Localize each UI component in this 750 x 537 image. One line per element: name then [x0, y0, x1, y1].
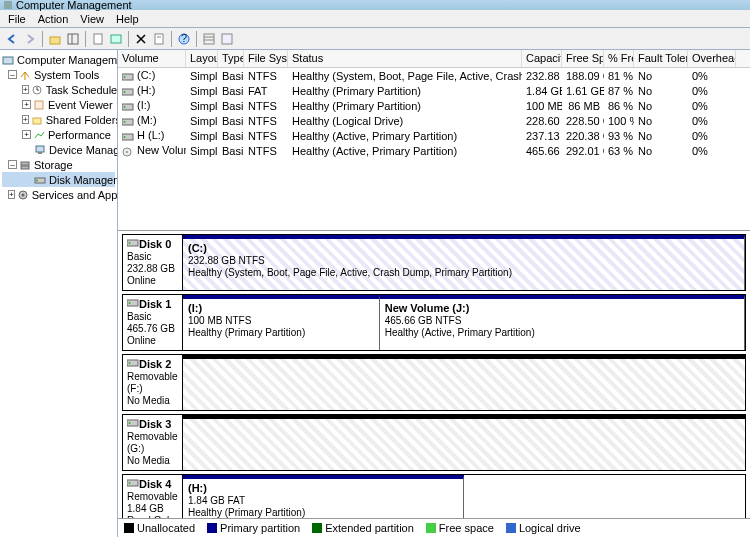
legend-free: Free space	[439, 522, 494, 534]
disk-block: Disk 1Basic465.76 GBOnline(I:)100 MB NTF…	[122, 294, 746, 351]
svg-rect-5	[155, 34, 163, 44]
tree-perf[interactable]: +Performance	[2, 127, 115, 142]
menu-file[interactable]: File	[4, 12, 34, 26]
svg-point-45	[129, 362, 131, 364]
refresh-icon[interactable]	[108, 31, 124, 47]
view-detail-icon[interactable]	[219, 31, 235, 47]
svg-point-35	[124, 121, 126, 123]
svg-rect-20	[36, 146, 44, 152]
no-media-region[interactable]	[183, 355, 745, 410]
toolbar: ?	[0, 28, 750, 50]
disk-label[interactable]: Disk 1Basic465.76 GBOnline	[123, 295, 183, 350]
col-fault[interactable]: Fault Tolerance	[634, 50, 688, 67]
menu-help[interactable]: Help	[112, 12, 147, 26]
col-overhead[interactable]: Overhead	[688, 50, 736, 67]
tree-diskmgmt[interactable]: Disk Management	[2, 172, 115, 187]
partition[interactable]: (C:)232.88 GB NTFSHealthy (System, Boot,…	[183, 235, 745, 290]
forward-button[interactable]	[22, 31, 38, 47]
volume-list: Volume Layout Type File System Status Ca…	[118, 50, 750, 230]
svg-rect-9	[204, 34, 214, 44]
disk-type-icon	[127, 358, 139, 370]
tree-shared[interactable]: +Shared Folders	[2, 112, 115, 127]
svg-rect-12	[222, 34, 232, 44]
tree-services[interactable]: +Services and Applications	[2, 187, 115, 202]
no-media-region[interactable]	[183, 415, 745, 470]
partition[interactable]: (I:)100 MB NTFSHealthy (Primary Partitio…	[183, 295, 380, 350]
svg-text:?: ?	[181, 32, 187, 44]
menu-view[interactable]: View	[76, 12, 112, 26]
partition[interactable]: (H:)1.84 GB FATHealthy (Primary Partitio…	[183, 475, 464, 518]
prop2-icon[interactable]	[151, 31, 167, 47]
disk-type-icon	[127, 238, 139, 250]
legend-primary: Primary partition	[220, 522, 300, 534]
view-list-icon[interactable]	[201, 31, 217, 47]
vol-name: H (L:)	[137, 129, 165, 141]
delete-icon[interactable]	[133, 31, 149, 47]
properties-icon[interactable]	[90, 31, 106, 47]
menu-action[interactable]: Action	[34, 12, 77, 26]
col-volume[interactable]: Volume	[118, 50, 186, 67]
svg-rect-3	[94, 34, 102, 44]
drive-icon	[122, 147, 134, 157]
svg-rect-21	[38, 152, 42, 154]
svg-rect-0	[50, 37, 60, 44]
partition[interactable]: New Volume (J:)465.66 GB NTFSHealthy (Ac…	[380, 295, 745, 350]
disk-type-icon	[127, 298, 139, 310]
legend-unalloc: Unallocated	[137, 522, 195, 534]
volume-row[interactable]: (I:)SimpleBasicNTFSHealthy (Primary Part…	[118, 98, 750, 113]
help-icon[interactable]: ?	[176, 31, 192, 47]
svg-rect-13	[3, 57, 13, 64]
disk-type-icon	[127, 418, 139, 430]
drive-icon	[122, 132, 134, 142]
svg-rect-23	[21, 166, 29, 169]
col-fs[interactable]: File System	[244, 50, 288, 67]
disk-label[interactable]: Disk 0Basic232.88 GBOnline	[123, 235, 183, 290]
disk-block: Disk 3Removable (G:)No Media	[122, 414, 746, 471]
tree-task[interactable]: +Task Scheduler	[2, 82, 115, 97]
volume-row[interactable]: New Volume (J:)SimpleBasicNTFSHealthy (A…	[118, 143, 750, 158]
svg-rect-22	[21, 162, 29, 165]
window-title: Computer Management	[16, 0, 132, 11]
disk-label[interactable]: Disk 2Removable (F:)No Media	[123, 355, 183, 410]
back-button[interactable]	[4, 31, 20, 47]
svg-rect-18	[35, 101, 43, 109]
svg-rect-1	[68, 34, 78, 44]
vol-name: (H:)	[137, 84, 155, 96]
col-status[interactable]: Status	[288, 50, 522, 67]
col-capacity[interactable]: Capacity	[522, 50, 562, 67]
col-layout[interactable]: Layout	[186, 50, 218, 67]
vol-name: (M:)	[137, 114, 157, 126]
drive-icon	[122, 87, 134, 97]
show-hide-icon[interactable]	[65, 31, 81, 47]
legend: Unallocated Primary partition Extended p…	[118, 518, 750, 537]
svg-point-47	[129, 422, 131, 424]
svg-point-41	[129, 242, 131, 244]
svg-point-43	[129, 302, 131, 304]
volume-row[interactable]: (C:)SimpleBasicNTFSHealthy (System, Boot…	[118, 68, 750, 83]
vol-name: New Volume (J:)	[137, 144, 186, 156]
tree-devmgr[interactable]: Device Manager	[2, 142, 115, 157]
tree-storage[interactable]: –Storage	[2, 157, 115, 172]
tree-root[interactable]: Computer Management (Local	[2, 52, 115, 67]
up-icon[interactable]	[47, 31, 63, 47]
vol-name: (C:)	[137, 69, 155, 81]
col-pctfree[interactable]: % Free	[604, 50, 634, 67]
svg-point-31	[124, 91, 126, 93]
disk-label[interactable]: Disk 3Removable (G:)No Media	[123, 415, 183, 470]
tree-event[interactable]: +Event Viewer	[2, 97, 115, 112]
drive-icon	[122, 72, 134, 82]
svg-point-25	[36, 179, 38, 181]
disk-label[interactable]: Disk 4Removable1.84 GBRead Only	[123, 475, 183, 518]
disk-type-icon	[127, 478, 139, 490]
volume-row[interactable]: H (L:)SimpleBasicNTFSHealthy (Active, Pr…	[118, 128, 750, 143]
volume-row[interactable]: (H:)SimpleBasicFATHealthy (Primary Parti…	[118, 83, 750, 98]
volume-row[interactable]: (M:)SimpleBasicNTFSHealthy (Logical Driv…	[118, 113, 750, 128]
svg-point-33	[124, 106, 126, 108]
app-icon	[4, 1, 12, 9]
legend-logical: Logical drive	[519, 522, 581, 534]
tree-systools[interactable]: –System Tools	[2, 67, 115, 82]
col-free[interactable]: Free Space	[562, 50, 604, 67]
col-type[interactable]: Type	[218, 50, 244, 67]
disk-block: Disk 0Basic232.88 GBOnline(C:)232.88 GB …	[122, 234, 746, 291]
svg-rect-4	[111, 35, 121, 43]
